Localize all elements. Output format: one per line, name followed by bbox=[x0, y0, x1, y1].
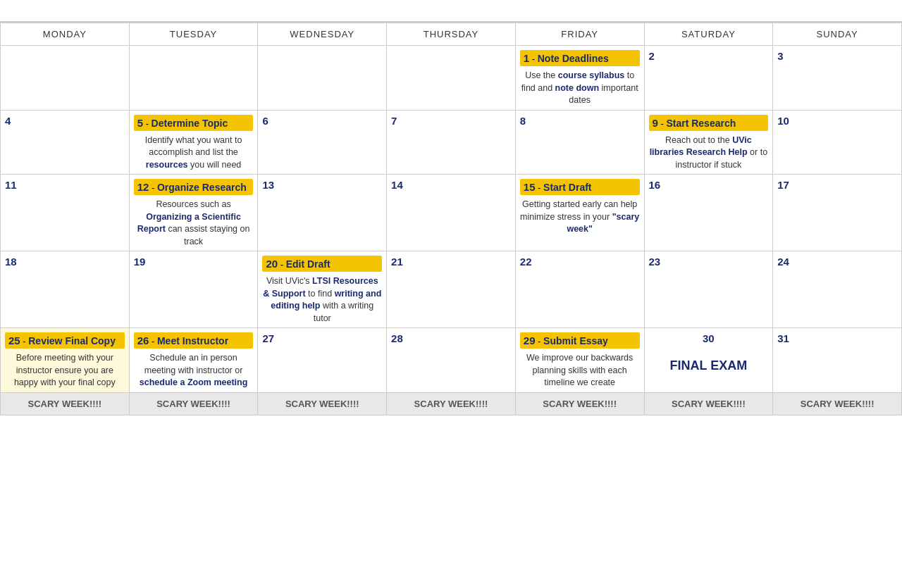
day-title-26: Meet Instructor bbox=[157, 335, 228, 346]
scary-week-cell-0: SCARY WEEK!!!! bbox=[1, 392, 130, 415]
calendar-cell-7: 7 bbox=[387, 110, 516, 175]
day-number-30: 30 bbox=[649, 332, 769, 344]
calendar-cell-14: 14 bbox=[387, 175, 516, 251]
day-number-22: 22 bbox=[520, 256, 640, 268]
day-header-friday: FRIDAY bbox=[515, 23, 644, 46]
day-number-24: 24 bbox=[777, 256, 897, 268]
calendar-cell-20: 20 - Edit DraftVisit UVic's LTSI Resourc… bbox=[258, 251, 387, 328]
cell-content-5: Identify what you want to accomplish and… bbox=[134, 135, 254, 172]
day-number-21: 21 bbox=[391, 256, 511, 268]
calendar-cell-empty bbox=[387, 46, 516, 111]
day-number-17: 17 bbox=[777, 179, 897, 191]
calendar-cell-25: 25 - Review Final CopyBefore meeting wit… bbox=[1, 328, 130, 393]
day-number-26: 26 bbox=[137, 334, 149, 346]
day-number-23: 23 bbox=[649, 256, 769, 268]
day-title-29: Submit Essay bbox=[543, 335, 608, 346]
calendar-cell-empty bbox=[1, 46, 130, 111]
day-number-13: 13 bbox=[262, 179, 382, 191]
calendar-cell-30: 30FINAL EXAM bbox=[644, 328, 773, 393]
cell-content-12: Resources such as Organizing a Scientifi… bbox=[134, 199, 254, 248]
calendar-cell-21: 21 bbox=[387, 251, 516, 328]
calendar-cell-23: 23 bbox=[644, 251, 773, 328]
day-number-25: 25 bbox=[8, 334, 20, 346]
calendar-cell-12: 12 - Organize ResearchResources such as … bbox=[129, 175, 258, 251]
calendar-cell-16: 16 bbox=[644, 175, 773, 251]
calendar-cell-4: 4 bbox=[1, 110, 130, 175]
scary-week-cell-6: SCARY WEEK!!!! bbox=[773, 392, 902, 415]
day-number-4: 4 bbox=[5, 115, 125, 127]
day-title-25: Review Final Copy bbox=[28, 335, 116, 346]
day-header-tuesday: TUESDAY bbox=[129, 23, 258, 46]
calendar-table: MONDAYTUESDAYWEDNESDAYTHURSDAYFRIDAYSATU… bbox=[0, 23, 902, 415]
day-title-20: Edit Draft bbox=[286, 258, 330, 270]
calendar-cell-5: 5 - Determine TopicIdentify what you wan… bbox=[129, 110, 258, 175]
day-number-7: 7 bbox=[391, 115, 511, 127]
day-number-27: 27 bbox=[262, 332, 382, 344]
calendar-cell-17: 17 bbox=[773, 175, 902, 251]
calendar-cell-22: 22 bbox=[515, 251, 644, 328]
scary-week-cell-5: SCARY WEEK!!!! bbox=[644, 392, 773, 415]
calendar-cell-13: 13 bbox=[258, 175, 387, 251]
final-exam-label: FINAL EXAM bbox=[649, 358, 769, 373]
scary-week-cell-1: SCARY WEEK!!!! bbox=[129, 392, 258, 415]
calendar-cell-15: 15 - Start DraftGetting started early ca… bbox=[515, 175, 644, 251]
day-header-saturday: SATURDAY bbox=[644, 23, 773, 46]
day-header-sunday: SUNDAY bbox=[773, 23, 902, 46]
day-title-12: Organize Research bbox=[157, 182, 247, 193]
day-header-monday: MONDAY bbox=[1, 23, 130, 46]
day-number-29: 29 bbox=[524, 334, 536, 346]
day-number-15: 15 bbox=[524, 181, 536, 193]
day-number-5: 5 bbox=[137, 117, 143, 129]
day-header-thursday: THURSDAY bbox=[387, 23, 516, 46]
calendar-cell-empty bbox=[129, 46, 258, 111]
calendar-cell-18: 18 bbox=[1, 251, 130, 328]
cell-content-26: Schedule an in person meeting with instr… bbox=[134, 352, 254, 389]
day-number-14: 14 bbox=[391, 179, 511, 191]
day-number-8: 8 bbox=[520, 115, 640, 127]
calendar-cell-1: 1 - Note DeadlinesUse the course syllabu… bbox=[515, 46, 644, 111]
day-number-6: 6 bbox=[262, 115, 382, 127]
cell-content-9: Reach out to the UVic libraries Research… bbox=[649, 135, 769, 172]
day-title-9: Start Research bbox=[666, 118, 736, 129]
calendar-cell-empty bbox=[258, 46, 387, 111]
calendar-cell-11: 11 bbox=[1, 175, 130, 251]
scary-week-cell-4: SCARY WEEK!!!! bbox=[515, 392, 644, 415]
calendar-cell-6: 6 bbox=[258, 110, 387, 175]
calendar-cell-24: 24 bbox=[773, 251, 902, 328]
calendar-cell-8: 8 bbox=[515, 110, 644, 175]
day-number-19: 19 bbox=[134, 256, 254, 268]
day-number-16: 16 bbox=[649, 179, 769, 191]
calendar-cell-19: 19 bbox=[129, 251, 258, 328]
day-title-15: Start Draft bbox=[543, 182, 591, 193]
calendar-cell-2: 2 bbox=[644, 46, 773, 111]
cell-content-25: Before meeting with your instructor ensu… bbox=[5, 352, 125, 389]
cell-content-20: Visit UVic's LTSI Resources & Support to… bbox=[262, 275, 382, 325]
day-number-28: 28 bbox=[391, 332, 511, 344]
calendar-cell-28: 28 bbox=[387, 328, 516, 393]
day-number-20: 20 bbox=[266, 258, 278, 270]
cell-content-1: Use the course syllabus to find and note… bbox=[520, 70, 640, 107]
calendar-cell-29: 29 - Submit EssayWe improve our backward… bbox=[515, 328, 644, 393]
calendar-cell-3: 3 bbox=[773, 46, 902, 111]
calendar-cell-27: 27 bbox=[258, 328, 387, 393]
day-number-1: 1 bbox=[524, 52, 529, 64]
page-title bbox=[0, 0, 902, 23]
day-number-12: 12 bbox=[137, 181, 149, 193]
day-title-5: Determine Topic bbox=[152, 118, 228, 129]
scary-week-cell-3: SCARY WEEK!!!! bbox=[387, 392, 516, 415]
day-header-wednesday: WEDNESDAY bbox=[258, 23, 387, 46]
cell-content-29: We improve our backwards planning skills… bbox=[520, 352, 640, 389]
calendar-cell-10: 10 bbox=[773, 110, 902, 175]
cell-content-15: Getting started early can help minimize … bbox=[520, 199, 640, 236]
day-number-2: 2 bbox=[649, 50, 769, 62]
calendar-cell-26: 26 - Meet InstructorSchedule an in perso… bbox=[129, 328, 258, 393]
day-number-11: 11 bbox=[5, 179, 125, 191]
day-title-1: Note Deadlines bbox=[538, 53, 609, 64]
scary-week-cell-2: SCARY WEEK!!!! bbox=[258, 392, 387, 415]
day-number-9: 9 bbox=[653, 117, 658, 129]
calendar-cell-31: 31 bbox=[773, 328, 902, 393]
day-number-31: 31 bbox=[777, 332, 897, 344]
day-number-10: 10 bbox=[777, 115, 897, 127]
calendar-cell-9: 9 - Start ResearchReach out to the UVic … bbox=[644, 110, 773, 175]
day-number-3: 3 bbox=[777, 50, 897, 62]
